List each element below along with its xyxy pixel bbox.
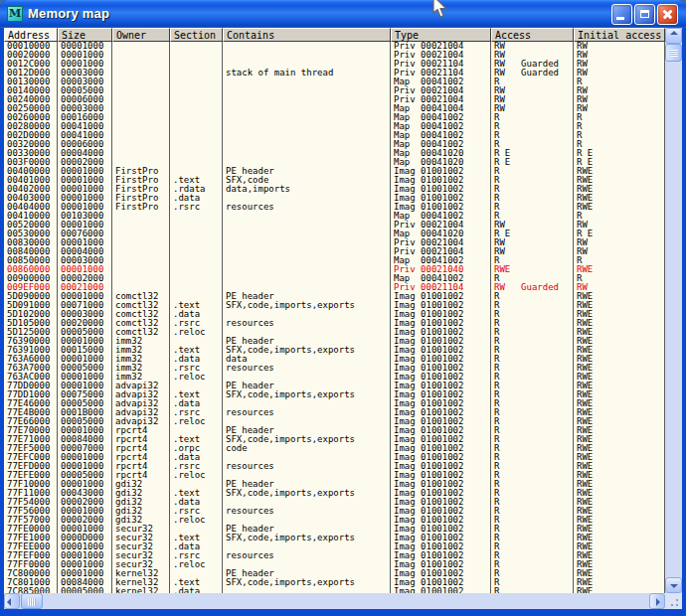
cell-size: 00041000 <box>58 122 112 131</box>
column-header-access[interactable]: Access <box>491 28 574 42</box>
table-row[interactable]: 77FF0000 00001000 secur32 .reloc Imag 01… <box>4 560 665 569</box>
table-row[interactable]: 77FE0000 00001000 secur32 PE header Imag… <box>4 525 665 534</box>
column-header-owner[interactable]: Owner <box>112 28 170 42</box>
table-row[interactable]: 00900000 00002000 Map 00041002 R R <box>4 274 665 283</box>
table-row[interactable]: 00320000 00006000 Map 00041002 R R <box>4 140 665 149</box>
table-row[interactable]: 77EF5000 00007000 rpcrt4 .orpc code Imag… <box>4 444 665 453</box>
table-row[interactable]: 77F56000 00001000 gdi32 .rsrc resources … <box>4 507 665 516</box>
vertical-scroll-thumb[interactable] <box>665 44 682 62</box>
table-row[interactable]: 77E4B000 0001B000 advapi32 .rsrc resourc… <box>4 408 665 417</box>
table-row[interactable]: 00401000 00001000 FirstPro .text SFX,cod… <box>4 176 665 185</box>
table-row[interactable]: 5D102000 00003000 comctl32 .data Imag 01… <box>4 310 665 319</box>
cell-access: R <box>491 408 574 417</box>
table-row[interactable]: 5D091000 00071000 comctl32 .text SFX,cod… <box>4 301 665 310</box>
table-row[interactable]: 77E71000 00084000 rpcrt4 .text SFX,code,… <box>4 435 665 444</box>
table-row[interactable]: 00404000 00001000 FirstPro .rsrc resourc… <box>4 203 665 212</box>
table-row[interactable]: 00400000 00001000 FirstPro PE header Ima… <box>4 167 665 176</box>
column-header-size[interactable]: Size <box>58 28 112 42</box>
column-header-type[interactable]: Type <box>391 28 491 42</box>
table-row[interactable]: 00250000 00003000 Map 00041004 RW RW <box>4 104 665 113</box>
titlebar[interactable]: M Memory map <box>0 0 686 28</box>
table-row[interactable]: 00840000 00004000 Priv 00021004 RW RW <box>4 247 665 256</box>
column-header-section[interactable]: Section <box>170 28 223 42</box>
table-row[interactable]: 00850000 00003000 Map 00041002 R R <box>4 256 665 265</box>
table-row[interactable]: 00402000 00001000 FirstPro .rdata data,i… <box>4 185 665 194</box>
table-row[interactable]: 77FEE000 00001000 secur32 .data Imag 010… <box>4 542 665 551</box>
table-row[interactable]: 009EF000 00021000 Priv 00021104 RW Guard… <box>4 283 665 292</box>
table-row[interactable]: 00830000 00001000 Priv 00021004 RW RW <box>4 238 665 247</box>
cell-contains <box>223 221 391 230</box>
cell-address: 77FE0000 <box>4 525 58 534</box>
table-row[interactable]: 77F57000 00002000 gdi32 .reloc Imag 0100… <box>4 516 665 525</box>
vertical-scrollbar[interactable] <box>665 28 682 593</box>
table-row[interactable]: 763A7000 00005000 imm32 .rsrc resources … <box>4 364 665 373</box>
table-row[interactable]: 77F10000 00001000 gdi32 PE header Imag 0… <box>4 480 665 489</box>
close-button[interactable] <box>657 4 678 25</box>
cell-size: 00084000 <box>58 435 112 444</box>
cell-contains <box>223 95 391 104</box>
table-row[interactable]: 0012D000 00003000 stack of main thread P… <box>4 69 665 77</box>
table-row[interactable]: 7C800000 00001000 kernel32 PE header Ima… <box>4 569 665 578</box>
scroll-up-button[interactable] <box>665 28 682 44</box>
table-row[interactable]: 77E66000 00005000 advapi32 .reloc Imag 0… <box>4 417 665 426</box>
cell-initial-access: RWE <box>574 194 665 203</box>
table-row[interactable]: 77FE1000 0000D000 secur32 .text SFX,code… <box>4 534 665 542</box>
table-row[interactable]: 763AC000 00001000 imm32 .reloc Imag 0100… <box>4 373 665 382</box>
table-row[interactable]: 77EFD000 00001000 rpcrt4 .rsrc resources… <box>4 462 665 471</box>
scroll-right-button[interactable] <box>649 593 665 609</box>
table-row[interactable]: 763A6000 00001000 imm32 .data data Imag … <box>4 355 665 364</box>
minimize-button[interactable] <box>611 4 632 25</box>
scroll-left-button[interactable] <box>4 593 20 609</box>
table-row[interactable]: 00410000 00103000 Map 00041002 R R <box>4 212 665 221</box>
table-row[interactable]: 00330000 00004000 Map 00041020 R E R E <box>4 149 665 158</box>
table-row[interactable]: 00280000 00041000 Map 00041002 R R <box>4 122 665 131</box>
table-row[interactable]: 77F11000 00043000 gdi32 .text SFX,code,i… <box>4 489 665 498</box>
cell-type: Imag 01001002 <box>391 534 491 542</box>
cell-address: 00404000 <box>4 203 58 212</box>
cell-size: 00076000 <box>58 230 112 238</box>
column-header-initial-access[interactable]: Initial access <box>574 28 665 42</box>
table-row[interactable]: 77E46000 00005000 advapi32 .data Imag 01… <box>4 399 665 408</box>
table-row[interactable]: 5D125000 00005000 comctl32 .reloc Imag 0… <box>4 328 665 337</box>
table-row[interactable]: 77DD1000 00075000 advapi32 .text SFX,cod… <box>4 390 665 399</box>
table-row[interactable]: 00403000 00001000 FirstPro .data Imag 01… <box>4 194 665 203</box>
table-row[interactable]: 77E70000 00001000 rpcrt4 PE header Imag … <box>4 426 665 435</box>
horizontal-scroll-thumb[interactable] <box>21 593 43 609</box>
table-row[interactable]: 003F0000 00002000 Map 00041020 R E R E <box>4 158 665 167</box>
table-row[interactable]: 0012C000 00001000 Priv 00021104 RW Guard… <box>4 60 665 69</box>
table-row[interactable]: 00520000 00001000 Priv 00021004 RW RW <box>4 221 665 230</box>
table-row[interactable]: 00860000 00001000 Priv 00021040 RWE RWE <box>4 265 665 274</box>
horizontal-scrollbar[interactable] <box>4 593 665 609</box>
table-row[interactable]: 77DD0000 00001000 advapi32 PE header Ima… <box>4 382 665 390</box>
table-row[interactable]: 00010000 00001000 Priv 00021004 RW RW <box>4 42 665 51</box>
maximize-button[interactable] <box>634 4 655 25</box>
table-row[interactable]: 77EFE000 00005000 rpcrt4 .reloc Imag 010… <box>4 471 665 480</box>
table-row[interactable]: 76390000 00001000 imm32 PE header Imag 0… <box>4 337 665 346</box>
table-row[interactable]: 00020000 00001000 Priv 00021004 RW RW <box>4 51 665 60</box>
resize-grip[interactable] <box>665 593 682 609</box>
cell-section: .reloc <box>170 373 223 382</box>
memory-map-icon[interactable]: M <box>7 6 23 22</box>
cell-section <box>170 158 223 167</box>
table-row[interactable]: 002D0000 00041000 Map 00041002 R R <box>4 131 665 140</box>
column-header-contains[interactable]: Contains <box>223 28 391 42</box>
scroll-down-button[interactable] <box>665 577 682 593</box>
table-row[interactable]: 77F54000 00002000 gdi32 .data Imag 01001… <box>4 498 665 507</box>
table-row[interactable]: 77FEF000 00001000 secur32 .rsrc resource… <box>4 551 665 560</box>
table-row[interactable]: 7C801000 00084000 kernel32 .text SFX,cod… <box>4 578 665 587</box>
table-row[interactable]: 00530000 00076000 Map 00041020 R E R E <box>4 230 665 238</box>
cell-type: Priv 00021104 <box>391 69 491 77</box>
table-row[interactable]: 00260000 00016000 Map 00041002 R R <box>4 113 665 122</box>
table-row[interactable]: 76391000 00015000 imm32 .text SFX,code,i… <box>4 346 665 355</box>
column-header-address[interactable]: Address <box>4 28 58 42</box>
cell-contains: PE header <box>223 426 391 435</box>
table-row[interactable]: 77EFC000 00001000 rpcrt4 .data Imag 0100… <box>4 453 665 462</box>
table-row[interactable]: 5D090000 00001000 comctl32 PE header Ima… <box>4 292 665 301</box>
table-row[interactable]: 5D105000 00020000 comctl32 .rsrc resourc… <box>4 319 665 328</box>
table-row[interactable]: 00130000 00003000 Map 00041002 R R <box>4 77 665 86</box>
cell-contains: PE header <box>223 292 391 301</box>
table-row[interactable]: 00240000 00006000 Priv 00021004 RW RW <box>4 95 665 104</box>
table-row[interactable]: 00140000 00005000 Priv 00021004 RW RW <box>4 86 665 95</box>
cell-owner <box>112 122 170 131</box>
cell-initial-access: RWE <box>574 203 665 212</box>
